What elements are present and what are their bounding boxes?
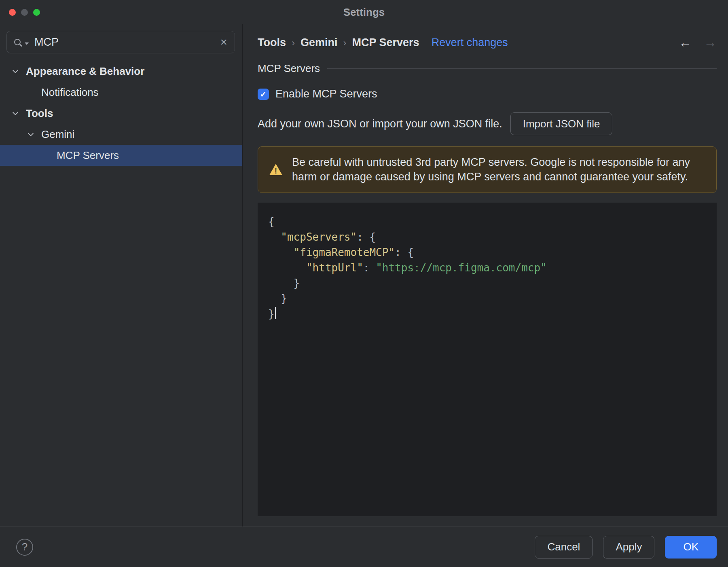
code-line: "figmaRemoteMCP": { <box>268 245 709 260</box>
section-divider <box>327 68 717 69</box>
breadcrumb: Tools›Gemini›MCP Servers <box>258 36 419 49</box>
help-icon[interactable]: ? <box>16 539 33 556</box>
search-icon <box>14 39 21 45</box>
revert-changes-link[interactable]: Revert changes <box>432 36 508 49</box>
code-line: "mcpServers": { <box>268 229 709 245</box>
section-header: MCP Servers <box>258 62 717 75</box>
breadcrumb-row: Tools›Gemini›MCP Servers Revert changes … <box>258 33 717 52</box>
code-line: { <box>268 214 709 229</box>
breadcrumb-item[interactable]: Gemini <box>301 36 338 49</box>
check-icon: ✓ <box>260 90 267 98</box>
apply-button[interactable]: Apply <box>603 536 654 559</box>
enable-mcp-checkbox[interactable]: ✓ <box>258 89 269 100</box>
code-line: } <box>268 306 709 322</box>
sidebar-item-label: Notifications <box>41 86 99 99</box>
code-line: } <box>268 275 709 291</box>
json-editor[interactable]: { "mcpServers": { "figmaRemoteMCP": { "h… <box>258 203 717 516</box>
import-row: Add your own JSON or import your own JSO… <box>258 112 717 135</box>
search-history-caret-icon[interactable] <box>25 42 29 45</box>
code-line: } <box>268 291 709 306</box>
sidebar: × Appearance & BehaviorNotificationsTool… <box>0 24 243 527</box>
chevron-down-icon[interactable] <box>28 133 41 135</box>
sidebar-item-appearance-behavior[interactable]: Appearance & Behavior <box>0 61 242 82</box>
enable-mcp-label[interactable]: Enable MCP Servers <box>275 88 377 100</box>
warning-text: Be careful with untrusted 3rd party MCP … <box>292 155 706 184</box>
chevron-down-icon[interactable] <box>12 112 26 114</box>
titlebar: Settings <box>0 0 728 24</box>
cancel-button[interactable]: Cancel <box>535 536 593 559</box>
text-cursor <box>275 307 276 319</box>
import-json-button[interactable]: Import JSON file <box>510 112 613 135</box>
enable-mcp-row: ✓ Enable MCP Servers <box>258 88 717 100</box>
breadcrumb-item[interactable]: Tools <box>258 36 286 49</box>
sidebar-item-mcp-servers[interactable]: MCP Servers <box>0 145 242 166</box>
breadcrumb-item[interactable]: MCP Servers <box>352 36 419 49</box>
search-field[interactable]: × <box>6 31 235 53</box>
footer-buttons: Cancel Apply OK <box>535 536 717 559</box>
minimize-button[interactable] <box>21 9 28 16</box>
sidebar-item-label: MCP Servers <box>57 149 119 162</box>
traffic-lights <box>9 0 40 24</box>
sidebar-item-label: Gemini <box>41 128 74 141</box>
chevron-down-icon[interactable] <box>12 70 26 72</box>
forward-arrow-icon[interactable]: → <box>704 36 717 49</box>
sidebar-item-notifications[interactable]: Notifications <box>0 82 242 103</box>
import-json-text: Add your own JSON or import your own JSO… <box>258 118 502 130</box>
content: Tools›Gemini›MCP Servers Revert changes … <box>243 24 728 527</box>
breadcrumb-separator: › <box>292 37 295 49</box>
settings-tree: Appearance & BehaviorNotificationsToolsG… <box>0 61 242 166</box>
sidebar-item-label: Appearance & Behavior <box>26 65 144 78</box>
search-input[interactable] <box>34 36 217 49</box>
warning-icon: ! <box>269 163 283 176</box>
ok-button[interactable]: OK <box>665 536 717 559</box>
sidebar-item-tools[interactable]: Tools <box>0 103 242 124</box>
back-arrow-icon[interactable]: ← <box>679 36 692 49</box>
sidebar-item-label: Tools <box>26 107 53 120</box>
section-title: MCP Servers <box>258 62 320 75</box>
window-title: Settings <box>343 6 385 19</box>
breadcrumb-separator: › <box>343 37 347 49</box>
history-nav: ← → <box>679 36 717 49</box>
warning-banner: ! Be careful with untrusted 3rd party MC… <box>258 146 717 193</box>
code-line: "httpUrl": "https://mcp.figma.com/mcp" <box>268 260 709 275</box>
close-button[interactable] <box>9 9 16 16</box>
sidebar-item-gemini[interactable]: Gemini <box>0 124 242 145</box>
footer: ? Cancel Apply OK <box>0 527 728 567</box>
zoom-button[interactable] <box>33 9 40 16</box>
clear-search-icon[interactable]: × <box>220 36 227 48</box>
